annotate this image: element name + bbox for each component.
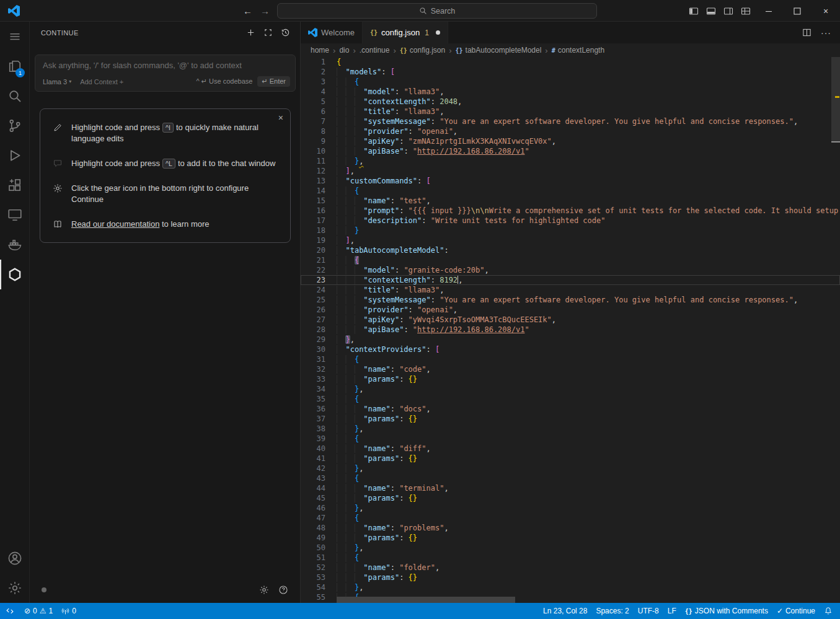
- notifications-bell[interactable]: [820, 603, 840, 619]
- code-line[interactable]: 19 ],: [301, 235, 840, 245]
- code-line[interactable]: 46 },: [301, 503, 840, 513]
- code-line[interactable]: 23 "contextLength": 8192,: [301, 275, 840, 285]
- chat-input-box[interactable]: Ask anything, '/' for slash commands, '@…: [35, 55, 296, 92]
- remote-indicator[interactable]: [0, 603, 20, 619]
- customize-layout-icon[interactable]: [737, 0, 754, 22]
- code-line[interactable]: 1{: [301, 57, 840, 67]
- language-mode[interactable]: {} JSON with Comments: [681, 603, 772, 619]
- scrollbar-thumb[interactable]: [831, 57, 840, 143]
- code-line[interactable]: 36 "name": "docs",: [301, 404, 840, 414]
- code-line[interactable]: 15 "name": "test",: [301, 196, 840, 206]
- toggle-secondary-sidebar-icon[interactable]: [720, 0, 737, 22]
- cursor-position[interactable]: Ln 23, Col 28: [539, 603, 591, 619]
- enter-button[interactable]: ↵ Enter: [257, 76, 290, 87]
- add-context-button[interactable]: Add Context +: [80, 78, 123, 86]
- model-selector[interactable]: Llama 3▾: [43, 78, 71, 86]
- code-line[interactable]: 7 "systemMessage": "You are an expert so…: [301, 116, 840, 126]
- code-line[interactable]: 22 "model": "granite-code:20b",: [301, 265, 840, 275]
- code-line[interactable]: 41 "params": {}: [301, 454, 840, 463]
- code-line[interactable]: 14 {: [301, 186, 840, 196]
- code-line[interactable]: 50 },: [301, 543, 840, 553]
- code-line[interactable]: 4 "model": "llama3",: [301, 87, 840, 97]
- continue-extension-icon[interactable]: [0, 260, 29, 289]
- breadcrumb-home[interactable]: home: [311, 46, 329, 55]
- indentation-indicator[interactable]: Spaces: 2: [591, 603, 633, 619]
- minimize-button[interactable]: [754, 0, 783, 22]
- code-line[interactable]: 32 "name": "code",: [301, 364, 840, 374]
- code-line[interactable]: 17 "description": "Write unit tests for …: [301, 216, 840, 226]
- code-line[interactable]: 12 ],: [301, 166, 840, 176]
- code-line[interactable]: 53 "params": {}: [301, 573, 840, 582]
- fullscreen-icon[interactable]: [263, 28, 273, 37]
- code-line[interactable]: 3 {: [301, 77, 840, 87]
- code-line[interactable]: 16 "prompt": "{{{ input }}}\n\nWrite a c…: [301, 206, 840, 216]
- code-line[interactable]: 6 "title": "llama3",: [301, 107, 840, 116]
- code-line[interactable]: 44 "name": "terminal",: [301, 483, 840, 493]
- explorer-icon[interactable]: 1: [0, 51, 29, 81]
- modified-dot-icon[interactable]: [436, 30, 440, 35]
- documentation-link[interactable]: Read our documentation: [71, 219, 159, 229]
- code-line[interactable]: 31 {: [301, 354, 840, 364]
- breadcrumb-dio[interactable]: dio: [339, 46, 349, 55]
- code-line[interactable]: 28 "apiBase": "http://192.168.86.208/v1": [301, 325, 840, 335]
- forward-arrow-icon[interactable]: →: [260, 6, 270, 16]
- code-line[interactable]: 27 "apiKey": "yWvqi4SxrpTsoOMMA3TcBQucEE…: [301, 315, 840, 325]
- code-line[interactable]: 42 },: [301, 463, 840, 473]
- maximize-button[interactable]: [783, 0, 811, 22]
- breadcrumb-symbol-object[interactable]: {}tabAutocompleteModel: [456, 46, 542, 55]
- code-line[interactable]: 9 "apiKey": "zmNAz1prtgILmkX3KAqXNIvwcqE…: [301, 136, 840, 146]
- code-line[interactable]: 25 "systemMessage": "You are an expert s…: [301, 295, 840, 305]
- code-line[interactable]: 24 "title": "llama3",: [301, 285, 840, 295]
- split-editor-icon[interactable]: [802, 28, 811, 37]
- code-line[interactable]: 13 "customCommands": [: [301, 176, 840, 186]
- code-line[interactable]: 45 "params": {}: [301, 493, 840, 503]
- tab-config-json[interactable]: {} config.json 1: [363, 22, 448, 43]
- code-line[interactable]: 38 },: [301, 424, 840, 434]
- code-line[interactable]: 47 {: [301, 513, 840, 523]
- code-line[interactable]: 33 "params": {}: [301, 374, 840, 384]
- code-line[interactable]: 18 }: [301, 226, 840, 235]
- ports-indicator[interactable]: 0: [57, 603, 81, 619]
- toggle-sidebar-icon[interactable]: [685, 0, 702, 22]
- code-line[interactable]: 35 {: [301, 394, 840, 404]
- docker-icon[interactable]: [0, 230, 29, 260]
- code-line[interactable]: 5 "contextLength": 2048,: [301, 97, 840, 107]
- code-line[interactable]: 20 "tabAutocompleteModel":: [301, 245, 840, 255]
- code-line[interactable]: 39 {: [301, 434, 840, 444]
- command-center-search[interactable]: Search: [277, 3, 597, 19]
- settings-gear-icon[interactable]: [0, 573, 29, 603]
- new-session-icon[interactable]: [246, 28, 255, 37]
- code-line[interactable]: 40 "name": "diff",: [301, 444, 840, 454]
- code-line[interactable]: 49 "params": {}: [301, 533, 840, 543]
- toggle-panel-icon[interactable]: [702, 0, 720, 22]
- problems-indicator[interactable]: ⊘0 ⚠1: [20, 603, 57, 619]
- encoding-indicator[interactable]: UTF-8: [634, 603, 663, 619]
- remote-explorer-icon[interactable]: [0, 200, 29, 230]
- configure-gear-icon[interactable]: [259, 585, 269, 595]
- code-line[interactable]: 34 },: [301, 384, 840, 394]
- code-line[interactable]: 51 {: [301, 553, 840, 563]
- continue-status[interactable]: ✓ Continue: [772, 603, 820, 619]
- code-line[interactable]: 8 "provider": "openai",: [301, 126, 840, 136]
- code-line[interactable]: 26 "provider": "openai",: [301, 305, 840, 315]
- breadcrumb-continue-dir[interactable]: .continue: [360, 46, 390, 55]
- history-icon[interactable]: [281, 28, 290, 37]
- code-line[interactable]: 29 },: [301, 335, 840, 345]
- code-line[interactable]: 21 {: [301, 255, 840, 265]
- horizontal-scrollbar[interactable]: [337, 597, 515, 603]
- run-debug-icon[interactable]: [0, 141, 29, 170]
- breadcrumb-symbol-number[interactable]: #contextLength: [552, 46, 604, 55]
- code-line[interactable]: 2 "models": [: [301, 67, 840, 77]
- back-arrow-icon[interactable]: ←: [243, 6, 252, 16]
- vertical-scrollbar[interactable]: [831, 57, 840, 603]
- extensions-icon[interactable]: [0, 170, 29, 200]
- code-line[interactable]: 43 {: [301, 473, 840, 483]
- code-line[interactable]: 52 "name": "folder",: [301, 563, 840, 573]
- close-icon[interactable]: ×: [278, 113, 283, 122]
- tab-welcome[interactable]: Welcome: [301, 22, 363, 43]
- code-line[interactable]: 10 "apiBase": "http://192.168.86.208/v1": [301, 146, 840, 156]
- vscode-logo-icon[interactable]: [8, 5, 20, 17]
- code-line[interactable]: 30 "contextProviders": [: [301, 345, 840, 354]
- code-editor[interactable]: 1{2 "models": [3 {4 "model": "llama3",5 …: [301, 57, 840, 603]
- code-line[interactable]: 48 "name": "problems",: [301, 523, 840, 533]
